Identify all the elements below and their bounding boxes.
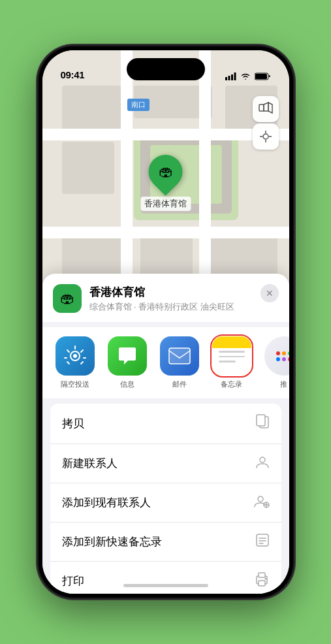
svg-point-21: [258, 496, 263, 502]
share-item-notes[interactable]: 备忘录: [210, 336, 254, 389]
notes-line-short: [219, 361, 236, 362]
svg-rect-5: [255, 74, 267, 79]
new-contact-icon: [255, 455, 270, 472]
notes-icon-wrapper: [212, 336, 251, 376]
mail-icon: [160, 336, 199, 376]
airdrop-label: 隔空投送: [61, 379, 89, 389]
action-add-quick-note[interactable]: 添加到新快速备忘录: [50, 523, 281, 562]
battery-icon: [255, 72, 271, 80]
notes-top: [212, 336, 251, 348]
marker-icon: 🏟: [159, 163, 173, 180]
airdrop-icon: [55, 336, 95, 376]
location-icon: 🏟: [53, 284, 82, 313]
dot-blue: [276, 357, 280, 361]
location-button[interactable]: [253, 123, 279, 150]
location-header: 🏟 香港体育馆 综合体育馆 · 香港特别行政区 油尖旺区 ✕: [42, 274, 289, 322]
svg-point-20: [260, 457, 265, 462]
share-item-mail[interactable]: 邮件: [157, 336, 202, 389]
status-icons: [225, 72, 271, 80]
action-copy[interactable]: 拷贝: [50, 404, 281, 444]
action-print[interactable]: 打印: [50, 562, 281, 594]
svg-rect-30: [259, 573, 265, 577]
stadium-marker[interactable]: 🏟 香港体育馆: [140, 155, 191, 211]
bottom-sheet: 🏟 香港体育馆 综合体育馆 · 香港特别行政区 油尖旺区 ✕: [42, 274, 289, 594]
action-new-contact[interactable]: 新建联系人: [50, 444, 281, 483]
action-print-label: 打印: [62, 573, 84, 588]
svg-marker-7: [264, 103, 268, 111]
svg-rect-2: [231, 74, 233, 80]
mail-label: 邮件: [172, 379, 187, 389]
map-type-button[interactable]: [253, 96, 279, 122]
more-dots-bottom: [276, 357, 289, 361]
phone-screen: 09:41: [42, 50, 289, 594]
notes-line: [219, 356, 245, 358]
more-label: 推: [280, 379, 287, 389]
svg-rect-0: [225, 77, 227, 80]
svg-point-9: [263, 134, 268, 139]
print-icon: [254, 572, 270, 590]
status-time: 09:41: [61, 69, 85, 80]
message-icon: [108, 336, 147, 376]
map-block: [140, 233, 193, 279]
copy-icon: [255, 414, 270, 433]
location-subtitle: 综合体育馆 · 香港特别行政区 油尖旺区: [89, 301, 279, 313]
share-item-airdrop[interactable]: 隔空投送: [53, 336, 97, 389]
svg-marker-8: [268, 103, 272, 113]
share-item-message[interactable]: 信息: [105, 336, 150, 389]
quick-note-icon: [255, 533, 270, 551]
phone-frame: 09:41: [39, 46, 293, 598]
marker-label: 香港体育馆: [140, 197, 191, 211]
notes-label: 备忘录: [221, 379, 242, 389]
svg-rect-16: [169, 348, 190, 364]
dot-orange: [282, 351, 286, 355]
share-row: 隔空投送 信息: [42, 327, 289, 398]
marker-pin: 🏟: [142, 148, 190, 196]
dot-green: [288, 351, 289, 355]
dot-red: [276, 351, 280, 355]
action-add-existing-label: 添加到现有联系人: [62, 495, 151, 510]
svg-point-32: [264, 578, 266, 580]
notes-line: [219, 351, 245, 353]
map-block: [62, 142, 114, 194]
more-dots-top: [276, 351, 289, 355]
action-copy-label: 拷贝: [62, 416, 84, 431]
svg-rect-1: [228, 76, 230, 80]
share-item-more[interactable]: 推: [262, 336, 289, 389]
svg-rect-19: [257, 415, 265, 426]
message-label: 信息: [120, 379, 134, 389]
svg-rect-6: [259, 105, 264, 111]
home-indicator: [123, 584, 208, 587]
svg-point-15: [73, 354, 77, 358]
add-existing-icon: [254, 494, 270, 511]
svg-rect-31: [259, 581, 265, 586]
action-new-contact-label: 新建联系人: [62, 456, 118, 471]
action-add-existing-contact[interactable]: 添加到现有联系人: [50, 483, 281, 523]
dynamic-island: [127, 58, 205, 80]
map-label-text: 南口: [131, 101, 146, 108]
map-controls: [253, 96, 279, 150]
more-icon: [264, 336, 289, 376]
svg-rect-25: [257, 534, 268, 546]
action-add-quick-note-label: 添加到新快速备忘录: [62, 534, 162, 549]
map-block: [62, 86, 121, 131]
road-horizontal: [42, 227, 289, 238]
dot-pink: [288, 357, 289, 361]
action-list: 拷贝 新建联系人: [50, 404, 281, 594]
location-info: 香港体育馆 综合体育馆 · 香港特别行政区 油尖旺区: [89, 285, 279, 313]
close-button[interactable]: ✕: [260, 284, 279, 302]
map-label: 南口: [127, 99, 150, 111]
wifi-icon: [240, 72, 251, 80]
location-name: 香港体育馆: [89, 285, 279, 300]
dot-purple: [282, 357, 286, 361]
signal-icon: [225, 72, 236, 80]
svg-rect-3: [234, 72, 236, 80]
notes-lines: [219, 351, 245, 362]
